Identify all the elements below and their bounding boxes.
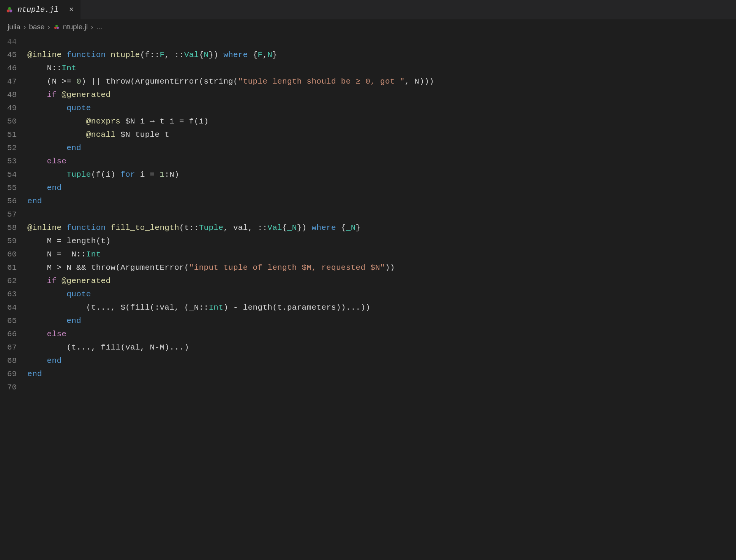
line-number: 69: [0, 367, 27, 381]
code-line[interactable]: 51 @ncall $N tuple t: [0, 128, 736, 141]
line-number: 56: [0, 195, 27, 208]
svg-point-0: [7, 9, 9, 12]
code-line[interactable]: 69end: [0, 367, 736, 381]
svg-point-3: [54, 27, 57, 29]
chevron-right-icon: ›: [47, 23, 50, 31]
tab-ntuple[interactable]: ntuple.jl ×: [0, 0, 81, 19]
code-content[interactable]: (t..., fill(val, N-M)...): [27, 341, 189, 354]
line-number: 67: [0, 341, 27, 354]
line-number: 52: [0, 141, 27, 155]
code-content[interactable]: end: [27, 354, 62, 367]
breadcrumb-item[interactable]: ntuple.jl: [63, 23, 88, 31]
line-number: 62: [0, 274, 27, 288]
line-number: 61: [0, 261, 27, 274]
breadcrumb: julia › base › ntuple.jl › ...: [0, 20, 736, 34]
breadcrumb-item[interactable]: julia: [8, 23, 21, 31]
code-line[interactable]: 52 end: [0, 141, 736, 155]
code-line[interactable]: 62 if @generated: [0, 274, 736, 288]
code-line[interactable]: 64 (t..., $(fill(:val, (_N::Int) - lengt…: [0, 301, 736, 314]
code-line[interactable]: 58@inline function fill_to_length(t::Tup…: [0, 221, 736, 234]
line-number: 58: [0, 221, 27, 234]
tab-bar: ntuple.jl ×: [0, 0, 736, 20]
line-number: 44: [0, 35, 27, 48]
code-line[interactable]: 53 else: [0, 155, 736, 168]
code-line[interactable]: 50 @nexprs $N i → t_i = f(i): [0, 115, 736, 128]
code-line[interactable]: 46 N::Int: [0, 62, 736, 75]
code-content[interactable]: if @generated: [27, 88, 111, 101]
line-number: 59: [0, 234, 27, 248]
line-number: 68: [0, 354, 27, 367]
code-content[interactable]: @inline function fill_to_length(t::Tuple…: [27, 221, 360, 234]
tab-filename: ntuple.jl: [17, 5, 58, 14]
code-content[interactable]: M = length(t): [27, 234, 111, 248]
code-line[interactable]: 66 else: [0, 327, 736, 341]
code-content[interactable]: else: [27, 327, 66, 341]
code-content[interactable]: Tuple(f(i) for i = 1:N): [27, 168, 179, 181]
svg-point-4: [57, 27, 59, 29]
line-number: 55: [0, 181, 27, 195]
breadcrumb-item[interactable]: ...: [96, 23, 103, 31]
code-content[interactable]: (N >= 0) || throw(ArgumentError(string("…: [27, 75, 434, 88]
line-number: 63: [0, 288, 27, 301]
code-content[interactable]: N::Int: [27, 62, 76, 75]
svg-point-5: [55, 25, 58, 27]
code-line[interactable]: 44: [0, 35, 736, 48]
line-number: 70: [0, 381, 27, 394]
line-number: 46: [0, 62, 27, 75]
code-content[interactable]: (t..., $(fill(:val, (_N::Int) - length(t…: [27, 301, 370, 314]
line-number: 48: [0, 88, 27, 101]
code-content[interactable]: @ncall $N tuple t: [27, 128, 169, 141]
code-content[interactable]: N = _N::Int: [27, 248, 101, 261]
line-number: 60: [0, 248, 27, 261]
code-line[interactable]: 55 end: [0, 181, 736, 195]
code-content[interactable]: quote: [27, 101, 91, 115]
breadcrumb-item[interactable]: base: [29, 23, 44, 31]
code-content[interactable]: @nexprs $N i → t_i = f(i): [27, 115, 208, 128]
julia-file-icon: [5, 6, 14, 14]
code-line[interactable]: 57: [0, 208, 736, 221]
code-content[interactable]: end: [27, 367, 42, 381]
chevron-right-icon: ›: [24, 23, 26, 31]
code-content[interactable]: end: [27, 181, 62, 195]
code-line[interactable]: 49 quote: [0, 101, 736, 115]
code-content[interactable]: M > N && throw(ArgumentError("input tupl…: [27, 261, 395, 274]
line-number: 45: [0, 48, 27, 62]
code-content[interactable]: quote: [27, 288, 91, 301]
line-number: 50: [0, 115, 27, 128]
svg-point-1: [9, 9, 12, 12]
code-line[interactable]: 65 end: [0, 314, 736, 327]
line-number: 65: [0, 314, 27, 327]
code-content[interactable]: else: [27, 155, 66, 168]
line-number: 64: [0, 301, 27, 314]
close-icon[interactable]: ×: [69, 5, 74, 14]
code-line[interactable]: 60 N = _N::Int: [0, 248, 736, 261]
code-line[interactable]: 61 M > N && throw(ArgumentError("input t…: [0, 261, 736, 274]
code-line[interactable]: 56end: [0, 195, 736, 208]
line-number: 57: [0, 208, 27, 221]
line-number: 53: [0, 155, 27, 168]
line-number: 54: [0, 168, 27, 181]
code-line[interactable]: 63 quote: [0, 288, 736, 301]
line-number: 49: [0, 101, 27, 115]
code-line[interactable]: 68 end: [0, 354, 736, 367]
code-line[interactable]: 59 M = length(t): [0, 234, 736, 248]
svg-point-2: [8, 7, 11, 9]
code-line[interactable]: 67 (t..., fill(val, N-M)...): [0, 341, 736, 354]
line-number: 66: [0, 327, 27, 341]
code-content[interactable]: end: [27, 141, 81, 155]
julia-file-icon: [53, 23, 60, 31]
code-line[interactable]: 54 Tuple(f(i) for i = 1:N): [0, 168, 736, 181]
code-content[interactable]: end: [27, 195, 42, 208]
code-line[interactable]: 48 if @generated: [0, 88, 736, 101]
code-line[interactable]: 70: [0, 381, 736, 394]
code-line[interactable]: 47 (N >= 0) || throw(ArgumentError(strin…: [0, 75, 736, 88]
code-content[interactable]: @inline function ntuple(f::F, ::Val{N}) …: [27, 48, 277, 62]
code-content[interactable]: end: [27, 314, 81, 327]
line-number: 47: [0, 75, 27, 88]
code-editor[interactable]: 4445@inline function ntuple(f::F, ::Val{…: [0, 34, 736, 394]
line-number: 51: [0, 128, 27, 141]
code-content[interactable]: if @generated: [27, 274, 111, 288]
code-line[interactable]: 45@inline function ntuple(f::F, ::Val{N}…: [0, 48, 736, 62]
chevron-right-icon: ›: [91, 23, 93, 31]
